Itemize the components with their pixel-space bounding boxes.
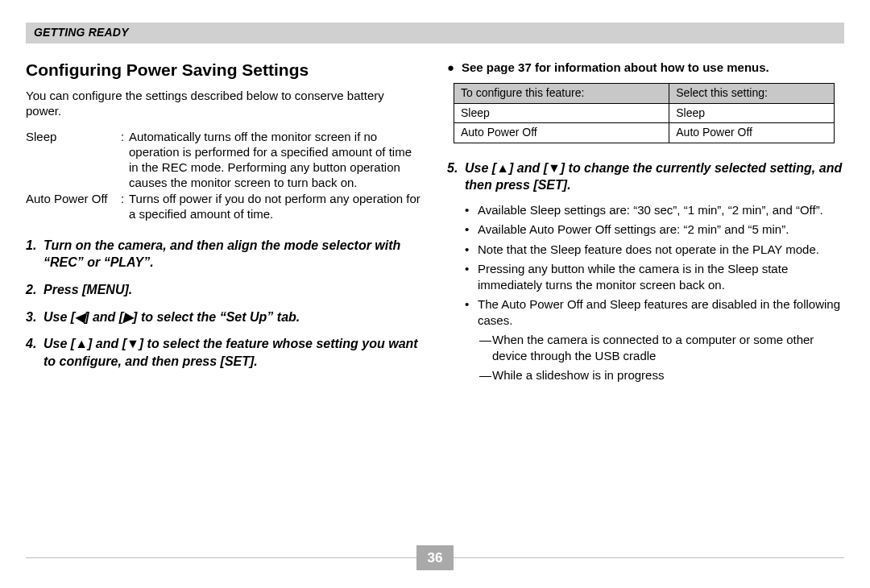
- dash-icon: —: [479, 367, 492, 383]
- step-text: Use [▲] and [▼] to select the feature wh…: [44, 335, 423, 370]
- dash-icon: —: [479, 332, 492, 363]
- step-text: Use [◀] and [▶] to select the “Set Up” t…: [44, 308, 423, 326]
- list-item: • Available Auto Power Off settings are:…: [465, 222, 844, 238]
- step-number: 3.: [26, 308, 44, 326]
- list-item: • Note that the Sleep feature does not o…: [465, 242, 844, 258]
- list-item: • Pressing any button while the camera i…: [465, 261, 844, 292]
- bullet-text: While a slideshow is in progress: [492, 367, 664, 383]
- definitions-list: Sleep : Automatically turns off the moni…: [26, 130, 423, 222]
- step-3: 3. Use [◀] and [▶] to select the “Set Up…: [26, 308, 423, 326]
- intro-text: You can configure the settings described…: [26, 89, 423, 119]
- step-number: 5.: [447, 159, 465, 194]
- table-cell: Sleep: [669, 103, 835, 123]
- bullet-icon: ●: [447, 60, 462, 76]
- definition-sleep: Sleep : Automatically turns off the moni…: [26, 130, 423, 190]
- bullet-text: Note that the Sleep feature does not ope…: [478, 242, 819, 258]
- step-5: 5. Use [▲] and [▼] to change the current…: [447, 159, 844, 194]
- definition-body: Automatically turns off the monitor scre…: [129, 130, 423, 190]
- list-item: • Available Sleep settings are: “30 sec”…: [465, 202, 844, 218]
- footer-rule: [26, 557, 416, 558]
- table-row: Sleep Sleep: [454, 103, 835, 123]
- table-header: Select this setting:: [669, 84, 835, 104]
- page-footer: 36: [26, 545, 844, 570]
- definition-body: Turns off power if you do not perform an…: [129, 192, 423, 222]
- bullet-text: When the camera is connected to a comput…: [492, 332, 844, 363]
- table-header-row: To configure this feature: Select this s…: [454, 84, 835, 104]
- step-text: Press [MENU].: [44, 281, 423, 299]
- list-item: • The Auto Power Off and Sleep features …: [465, 296, 844, 328]
- bullet-text: Available Auto Power Off settings are: “…: [478, 222, 789, 238]
- right-column: ● See page 37 for information about how …: [447, 60, 844, 387]
- list-item: — When the camera is connected to a comp…: [479, 332, 844, 363]
- left-column: Configuring Power Saving Settings You ca…: [26, 60, 423, 387]
- definition-term: Auto Power Off: [26, 192, 121, 222]
- bullet-icon: •: [465, 222, 478, 238]
- step5-bullets: • Available Sleep settings are: “30 sec”…: [465, 202, 844, 383]
- table-cell: Sleep: [454, 103, 669, 123]
- definition-separator: :: [121, 130, 129, 190]
- step-2: 2. Press [MENU].: [26, 281, 423, 299]
- step-number: 4.: [26, 335, 44, 370]
- steps-left: 1. Turn on the camera, and then align th…: [26, 237, 423, 371]
- bullet-icon: •: [465, 261, 478, 292]
- table-row: Auto Power Off Auto Power Off: [454, 123, 835, 143]
- table-cell: Auto Power Off: [669, 123, 835, 143]
- see-page-note: ● See page 37 for information about how …: [447, 60, 844, 76]
- definition-term: Sleep: [26, 130, 121, 190]
- bullet-icon: •: [465, 296, 478, 328]
- step-text: Turn on the camera, and then align the m…: [44, 237, 423, 271]
- page-title: Configuring Power Saving Settings: [26, 60, 423, 81]
- footer-rule: [454, 557, 844, 558]
- list-item: — While a slideshow is in progress: [479, 367, 844, 383]
- bullet-text: Available Sleep settings are: “30 sec”, …: [478, 202, 823, 218]
- step-number: 2.: [26, 281, 44, 299]
- definition-separator: :: [121, 192, 129, 222]
- see-page-text: See page 37 for information about how to…: [462, 60, 769, 76]
- bullet-text: The Auto Power Off and Sleep features ar…: [478, 296, 844, 328]
- table-header: To configure this feature:: [454, 84, 669, 104]
- step-number: 1.: [26, 237, 44, 271]
- bullet-icon: •: [465, 202, 478, 218]
- section-header: GETTING READY: [26, 23, 844, 43]
- bullet-text: Pressing any button while the camera is …: [478, 261, 844, 292]
- config-table: To configure this feature: Select this s…: [454, 83, 835, 143]
- bullet-icon: •: [465, 242, 478, 258]
- page-number: 36: [416, 545, 454, 570]
- step-text: Use [▲] and [▼] to change the currently …: [465, 159, 844, 194]
- sub-list: — When the camera is connected to a comp…: [479, 332, 844, 383]
- definition-auto-power-off: Auto Power Off : Turns off power if you …: [26, 192, 423, 222]
- table-cell: Auto Power Off: [454, 123, 669, 143]
- step-4: 4. Use [▲] and [▼] to select the feature…: [26, 335, 423, 370]
- step-1: 1. Turn on the camera, and then align th…: [26, 237, 423, 271]
